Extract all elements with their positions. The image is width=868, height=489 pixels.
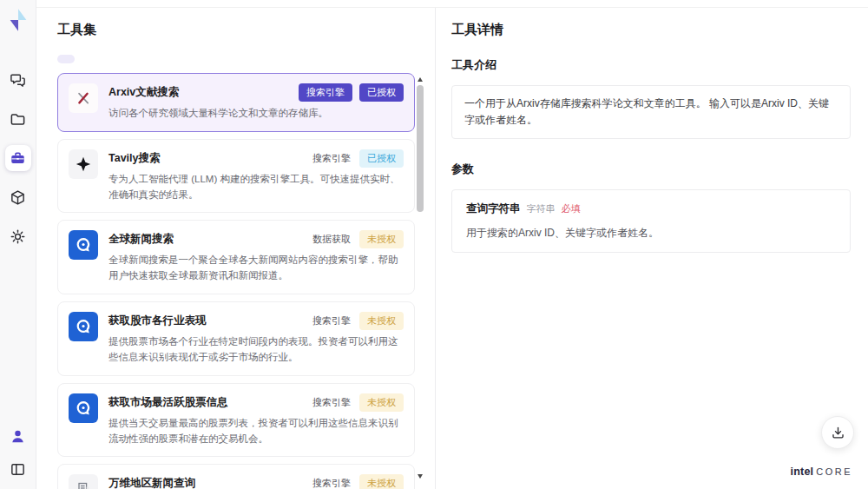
tool-card[interactable]: 获取股市各行业表现 搜索引擎 未授权 提供股票市场各个行业在特定时间段内的表现。… (57, 301, 415, 376)
details-title: 工具详情 (451, 22, 851, 38)
sidebar-item-gear[interactable] (5, 223, 31, 249)
tool-name: 全球新闻搜索 (108, 230, 174, 247)
tool-category-tag: 搜索引擎 (311, 149, 352, 168)
list-scrollbar[interactable] (417, 77, 424, 479)
tool-auth-tag: 未授权 (359, 312, 404, 330)
parameter-required-badge: 必填 (562, 202, 581, 215)
briefcase-icon (10, 150, 26, 167)
category-tab[interactable] (57, 55, 75, 63)
tool-list: Arxiv文献搜索 搜索引擎 已授权 访问各个研究领域大量科学论文和文章的存储库… (57, 73, 415, 489)
left-rail (0, 0, 36, 489)
sidebar-item-panel-toggle[interactable] (5, 456, 31, 482)
tool-card[interactable]: 万维地区新闻查询 搜索引擎 未授权 查询具体行政区划内的新闻，快速了解各地新闻动… (57, 464, 415, 489)
toolset-title: 工具集 (57, 22, 435, 38)
parameter-description: 用于搜索的Arxiv ID、关键字或作者姓名。 (466, 226, 836, 241)
user-icon (10, 428, 26, 445)
chat-icon (10, 72, 26, 89)
tool-category-tag: 搜索引擎 (311, 393, 352, 412)
tool-auth-tag: 已授权 (359, 149, 404, 168)
toolset-panel: 工具集 Arxiv文献搜索 搜索引擎 已授权 访问各个研究领域大量科学论文和文章… (36, 8, 435, 489)
blue-q-app-icon (75, 236, 92, 254)
sidebar-item-cube[interactable] (5, 184, 31, 210)
tool-icon (69, 83, 98, 113)
tool-description: 全球新闻搜索是一个聚合全球各大新闻网站内容的搜索引擎，帮助用户快速获取全球最新资… (108, 253, 404, 284)
gear-icon (10, 228, 26, 245)
params-heading: 参数 (451, 162, 851, 177)
intro-heading: 工具介绍 (451, 57, 851, 73)
download-button[interactable] (821, 416, 854, 449)
intel-core-logo: intel core (791, 466, 852, 478)
category-tabs (57, 55, 435, 63)
blue-q-app-icon (75, 400, 92, 417)
tool-description: 提供当天交易量最高的股票列表，投资者可以利用这些信息来识别流动性强的股票和潜在的… (108, 416, 404, 447)
sidebar-item-chat[interactable] (5, 67, 31, 93)
building-icon (75, 480, 92, 489)
tool-description: 访问各个研究领域大量科学论文和文章的存储库。 (108, 106, 404, 122)
sidebar-item-user[interactable] (5, 423, 31, 449)
download-icon (831, 426, 845, 440)
tool-card[interactable]: 获取市场最活跃股票信息 搜索引擎 未授权 提供当天交易量最高的股票列表，投资者可… (57, 383, 415, 458)
tool-icon (69, 474, 98, 489)
category-tab[interactable] (87, 55, 104, 63)
parameter-list: 查询字符串 字符串 必填 用于搜索的Arxiv ID、关键字或作者姓名。 (451, 189, 851, 253)
tool-card[interactable]: Arxiv文献搜索 搜索引擎 已授权 访问各个研究领域大量科学论文和文章的存储库… (57, 73, 415, 132)
sidebar-item-folder[interactable] (5, 106, 31, 132)
tool-name: 获取股市各行业表现 (108, 312, 207, 328)
tool-category-tag: 数据获取 (311, 230, 352, 248)
tool-category-tag: 搜索引擎 (311, 474, 352, 489)
tool-icon (69, 149, 98, 179)
tool-auth-tag: 未授权 (359, 393, 404, 412)
tool-name: 万维地区新闻查询 (108, 474, 195, 489)
category-tab[interactable] (146, 55, 163, 63)
app-logo[interactable] (6, 8, 30, 32)
folder-icon (10, 111, 26, 128)
tool-description: 提供股票市场各个行业在特定时间段内的表现。投资者可以利用这些信息来识别表现优于或… (108, 334, 404, 366)
tool-description: 专为人工智能代理 (LLM) 构建的搜索引擎工具。可快速提供实时、准确和真实的结… (108, 172, 404, 203)
star-icon (75, 155, 92, 173)
arxiv-icon (75, 89, 92, 107)
parameter-name: 查询字符串 (466, 202, 521, 216)
tool-card[interactable]: 全球新闻搜索 数据获取 未授权 全球新闻搜索是一个聚合全球各大新闻网站内容的搜索… (57, 220, 415, 294)
tool-name: Arxiv文献搜索 (108, 83, 179, 100)
sidebar-item-briefcase[interactable] (5, 145, 31, 171)
scrollbar-thumb[interactable] (417, 85, 424, 212)
tool-icon (69, 393, 98, 423)
tool-category-tag: 搜索引擎 (311, 312, 352, 330)
tool-icon (69, 312, 98, 341)
tool-name: Tavily搜索 (108, 149, 161, 166)
brand-core: core (816, 466, 852, 477)
brand-intel: intel (791, 466, 814, 478)
tool-category-tag: 搜索引擎 (299, 83, 352, 102)
app-window: 工具集 Arxiv文献搜索 搜索引擎 已授权 访问各个研究领域大量科学论文和文章… (0, 0, 868, 489)
tool-auth-tag: 未授权 (359, 474, 404, 489)
tool-auth-tag: 未授权 (359, 230, 404, 248)
category-tab[interactable] (116, 55, 134, 63)
tool-auth-tag: 已授权 (359, 83, 404, 102)
parameter-type: 字符串 (527, 202, 556, 215)
cube-icon (10, 189, 26, 206)
rail-nav (5, 67, 31, 249)
blue-q-app-icon (75, 318, 92, 335)
rail-bottom-nav (5, 423, 31, 482)
parameter-card: 查询字符串 字符串 必填 用于搜索的Arxiv ID、关键字或作者姓名。 (451, 189, 851, 253)
app-logo-icon (6, 8, 30, 32)
panel-toggle-icon (10, 461, 26, 478)
intro-text: 一个用于从Arxiv存储库搜索科学论文和文章的工具。 输入可以是Arxiv ID… (451, 85, 851, 139)
scroll-up-arrow[interactable] (418, 77, 423, 82)
tool-name: 获取市场最活跃股票信息 (108, 393, 228, 410)
scroll-down-arrow[interactable] (418, 474, 423, 479)
tool-details-panel: 工具详情 工具介绍 一个用于从Arxiv存储库搜索科学论文和文章的工具。 输入可… (435, 8, 868, 489)
tool-icon (69, 230, 98, 260)
tool-card[interactable]: Tavily搜索 搜索引擎 已授权 专为人工智能代理 (LLM) 构建的搜索引擎… (57, 139, 415, 214)
